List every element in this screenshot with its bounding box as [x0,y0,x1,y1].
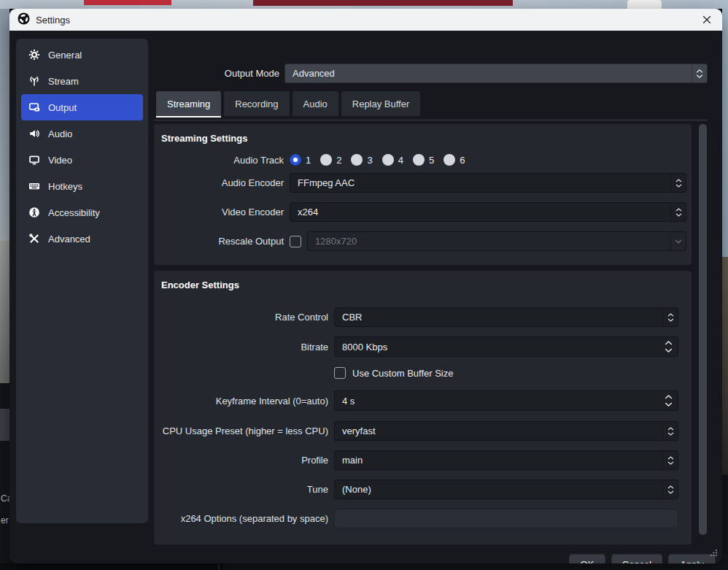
tab-label: Streaming [167,99,210,109]
button-label: OK [581,559,595,564]
audio-encoder-row: Audio Encoder FFmpeg AAC [161,173,686,193]
spin-down-icon[interactable] [665,348,673,353]
sidebar-item-label: Advanced [48,234,90,244]
close-button[interactable] [696,11,718,28]
sidebar-item-label: Audio [48,128,72,139]
stream-antenna-icon [28,75,40,87]
rate-control-label: Rate Control [161,312,328,323]
background-photo [0,241,9,383]
accessibility-icon [28,207,40,218]
keyframe-interval-input[interactable]: 4 s [334,390,678,411]
titlebar[interactable]: Settings [9,9,722,31]
ok-button[interactable]: OK [569,554,605,563]
audio-encoder-select[interactable]: FFmpeg AAC [290,173,686,193]
bitrate-row: Bitrate 8000 Kbps [161,336,678,357]
monitor-icon [28,154,40,166]
radio-audio-track-1[interactable] [290,154,301,166]
sidebar-item-advanced[interactable]: Advanced [21,226,143,252]
tune-row: Tune (None) [161,480,678,499]
bitrate-input[interactable]: 8000 Kbps [334,336,678,357]
output-mode-label: Output Mode [155,68,279,79]
resize-grip[interactable] [710,547,718,560]
window-title: Settings [36,15,70,26]
audio-track-row: Audio Track 1 2 3 4 5 6 [161,154,686,166]
button-label: Apply [680,559,704,564]
audio-encoder-value: FFmpeg AAC [290,177,670,188]
sidebar-item-stream[interactable]: Stream [21,68,143,94]
use-custom-buffer-label: Use Custom Buffer Size [352,368,453,379]
close-icon [702,15,711,24]
updown-chevron-icon[interactable] [662,308,678,326]
cpu-preset-select[interactable]: veryfast [334,421,678,441]
spin-down-icon[interactable] [665,402,673,407]
output-mode-select[interactable]: Advanced [284,63,708,83]
updown-chevron-icon[interactable] [670,174,686,192]
sidebar-item-accessibility[interactable]: Accessibility [21,199,143,226]
cancel-button[interactable]: Cancel [611,554,662,563]
radio-audio-track-2[interactable] [320,154,332,166]
radio-label: 6 [460,155,465,166]
audio-track-label: Audio Track [161,155,284,166]
tab-streaming[interactable]: Streaming [156,91,221,116]
rate-control-row: Rate Control CBR [161,307,678,327]
background-strip [222,563,728,570]
sidebar-item-video[interactable]: Video [21,147,143,173]
tab-replay-buffer[interactable]: Replay Buffer [341,91,421,116]
updown-chevron-icon[interactable] [662,451,678,469]
output-mode-row: Output Mode Advanced [155,63,708,83]
tab-recording[interactable]: Recording [224,91,289,116]
background-sky [722,9,728,257]
scrollbar[interactable] [699,124,707,535]
section-title: Encoder Settings [161,280,692,291]
button-label: Cancel [622,559,651,564]
radio-audio-track-4[interactable] [382,154,394,166]
section-streaming-settings: Streaming Settings Audio Track 1 2 3 4 5… [154,124,692,265]
tune-select[interactable]: (None) [334,480,678,499]
spin-up-icon[interactable] [665,341,673,345]
sidebar: General Stream Output Audio Video Hotkey… [16,39,148,523]
profile-value: main [335,455,662,466]
tabs-separator [154,120,708,120]
sidebar-item-label: General [48,50,82,61]
desktop-red-bar [84,0,171,5]
sidebar-item-audio[interactable]: Audio [21,120,143,147]
video-encoder-select[interactable]: x264 [290,202,686,222]
updown-chevron-icon[interactable] [662,480,678,498]
cpu-preset-value: veryfast [335,425,662,436]
updown-chevron-icon[interactable] [662,422,678,440]
settings-window: Settings General Stream Output Audio [9,9,722,563]
rescale-output-checkbox[interactable] [290,236,301,247]
updown-chevron-icon[interactable] [692,64,707,82]
tab-label: Recording [235,99,278,109]
rate-control-select[interactable]: CBR [334,307,678,327]
radio-label: 4 [398,155,403,166]
video-encoder-row: Video Encoder x264 [161,202,686,222]
apply-button[interactable]: Apply [668,554,716,563]
x264-options-input[interactable] [334,509,678,528]
x264-options-row: x264 Options (separated by space) [161,509,678,528]
sidebar-item-general[interactable]: General [21,42,143,68]
sidebar-item-output[interactable]: Output [21,94,143,120]
sidebar-item-hotkeys[interactable]: Hotkeys [21,173,143,199]
use-custom-buffer-checkbox[interactable] [334,367,346,379]
profile-select[interactable]: main [334,450,678,470]
spin-up-icon[interactable] [665,395,673,399]
rate-control-value: CBR [335,312,662,323]
background-text-fragment: er [1,515,9,525]
radio-audio-track-5[interactable] [413,154,425,166]
tab-audio[interactable]: Audio [293,91,338,116]
background-sky [0,9,9,241]
keyframe-interval-value: 4 s [335,396,659,407]
sidebar-item-label: Video [48,155,72,166]
updown-chevron-icon[interactable] [670,203,686,221]
settings-content: General Stream Output Audio Video Hotkey… [9,31,722,563]
radio-audio-track-3[interactable] [351,154,363,166]
rescale-output-label: Rescale Output [161,236,284,247]
x264-options-label: x264 Options (separated by space) [161,513,328,524]
radio-label: 5 [429,155,434,166]
cpu-preset-label: CPU Usage Preset (higher = less CPU) [161,425,328,436]
radio-audio-track-6[interactable] [444,154,455,166]
sidebar-item-label: Hotkeys [48,181,82,192]
desktop-background-bottom [0,563,728,570]
rescale-output-row: Rescale Output 1280x720 [161,231,686,251]
